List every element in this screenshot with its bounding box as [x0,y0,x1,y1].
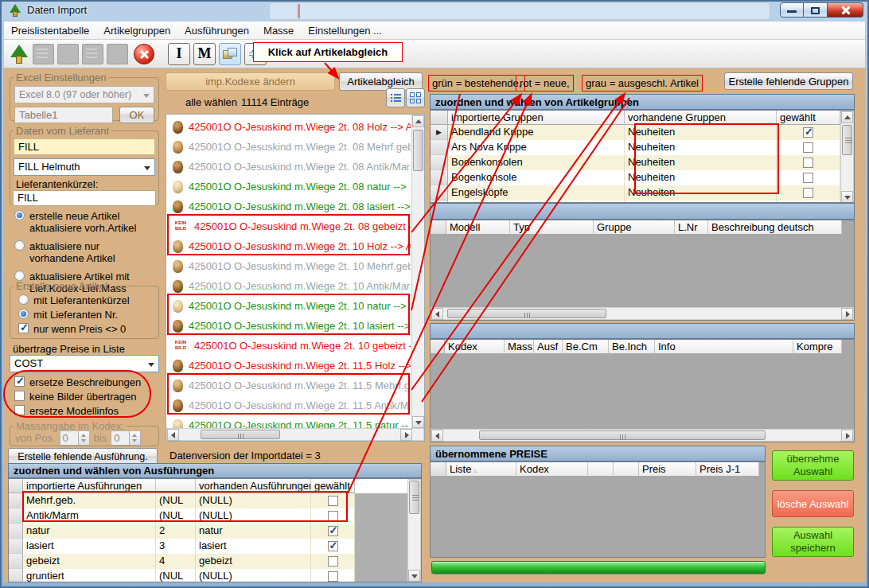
cell-imported-gruppe[interactable]: Bodenkonsolen [448,155,625,170]
article-list-item[interactable]: 425001O O-Jesuskind m.Wiege 2t. 10 Mehrf… [168,256,411,276]
article-list-item[interactable]: 425001O O-Jesuskind m.Wiege 2t. 11,5 Hol… [168,356,411,376]
gruppen-row[interactable]: BogenkonsoleNeuheiten [431,170,854,185]
transfer-checkbox-2[interactable]: keine Bilder übertragen [14,391,161,403]
cell-gewaehlt[interactable] [777,125,840,140]
article-list-item[interactable]: 425001O O-Jesuskind m.Wiege 2t. 08 Antik… [168,157,411,177]
scroll-left-button[interactable] [431,430,443,442]
imp-kodexe-button[interactable]: imp.Kodexe ändern [166,72,335,91]
scrollbar-thumb[interactable] [201,430,280,439]
close-button[interactable] [828,2,863,18]
radio-icon[interactable] [14,210,25,220]
cell-imported-ausfuehrung[interactable]: gruntiert [23,569,156,582]
gruppen-row[interactable]: EngelsköpfeNeuheiten [431,185,854,201]
images-button[interactable] [219,43,241,65]
cell-imported-ausfuehrung[interactable]: natur [23,524,156,539]
row-selector[interactable] [9,539,23,554]
gewaehlt-checkbox[interactable] [803,127,813,138]
cell-vorhandene-ausfuehrung[interactable]: gebeizt [196,554,311,569]
erstelle-option-3[interactable]: nur wenn Preis <> 0 [18,323,158,335]
article-list-item[interactable]: 425001O O-Jesuskind m.Wiege 2t. 10 Holz … [168,236,411,256]
cell-imported-gruppe[interactable]: Engelsköpfe [448,185,625,201]
gruppen-table-vscrollbar[interactable] [840,111,854,203]
cell-nr[interactable]: 2 [156,524,196,539]
scroll-down-button[interactable] [408,570,420,582]
maximize-button[interactable] [804,2,828,18]
scrollbar-thumb[interactable] [447,309,606,318]
cell-vorhandene-ausfuehrung[interactable]: (NULL) [196,508,311,524]
cell-vorhandene-gruppe[interactable]: Neuheiten [625,155,777,170]
cell-vorhandene-ausfuehrung[interactable]: (NULL) [196,569,311,582]
gruppen-row[interactable]: BodenkonsolenNeuheiten [431,155,854,170]
cell-gewaehlt[interactable] [311,539,355,554]
cell-gewaehlt[interactable] [777,155,840,170]
scrollbar-thumb[interactable] [842,125,852,155]
gewaehlt-checkbox[interactable] [328,526,338,536]
info-mode-button[interactable]: I [168,43,190,65]
minimize-button[interactable] [780,2,804,18]
row-selector[interactable] [9,493,23,508]
article-list-item[interactable]: 425001O O-Jesuskind m.Wiege 2t. 08 Mehrf… [168,137,411,157]
list-view-button[interactable] [386,88,405,107]
gruppen-row[interactable]: ▶Abendland KrippeNeuheiten [431,125,854,140]
article-list-item[interactable]: 425001O O-Jesuskind m.Wiege 2t. 10 natur… [168,296,411,316]
uebernehme-auswahl-button[interactable]: übernehme Auswahl [772,450,854,481]
menu-item-5[interactable]: Einstellungen ... [301,22,389,39]
preisliste-dropdown[interactable]: COST [10,355,159,372]
ok-button[interactable]: OK [119,107,154,123]
row-selector[interactable] [431,185,448,201]
cell-vorhandene-gruppe[interactable]: Neuheiten [625,170,777,185]
menu-item-2[interactable]: Artikelgruppen [96,22,177,39]
kuerzel-field[interactable]: FILL [13,190,156,206]
menu-item-3[interactable]: Ausführungen [177,22,256,39]
cell-vorhandene-gruppe[interactable]: Neuheiten [625,140,777,155]
erstelle-option-2[interactable]: mit Lieferanten Nr. [18,309,158,321]
row-selector[interactable] [9,569,23,582]
article-list-item[interactable]: 425001O O-Jesuskind m.Wiege 2t. 08 natur… [168,177,411,197]
transfer-checkbox-1[interactable]: ersetze Beschreibungen [14,376,161,388]
cell-vorhandene-ausfuehrung[interactable]: natur [196,524,311,539]
gewaehlt-checkbox[interactable] [328,556,338,567]
mass-mode-button[interactable]: M [193,43,216,65]
loesche-auswahl-button[interactable]: lösche Auswahl [772,490,854,517]
erstelle-option-1[interactable]: mit Lieferantenkürzel [18,294,158,306]
checkbox-icon[interactable] [14,376,25,387]
cell-imported-ausfuehrung[interactable]: gebeizt [23,554,156,569]
kodex-table-hscrollbar[interactable] [431,429,854,442]
cell-imported-gruppe[interactable]: Abendland Krippe [448,125,625,140]
scroll-right-button[interactable] [841,430,853,442]
radio-icon[interactable] [18,309,29,319]
gewaehlt-checkbox[interactable] [803,188,813,198]
scroll-left-button[interactable] [431,308,443,320]
modell-table-hscrollbar[interactable] [431,307,854,320]
gewaehlt-checkbox[interactable] [803,173,813,183]
row-selector[interactable] [431,170,448,185]
cell-imported-gruppe[interactable]: Bogenkonsole [448,170,625,185]
scrollbar-thumb[interactable] [479,430,766,440]
erstelle-fehlende-ausfuehrung-button[interactable]: Erstelle fehlende Ausführung. [8,448,158,465]
gewaehlt-checkbox[interactable] [328,541,338,551]
scroll-left-button[interactable] [167,429,179,441]
cell-imported-ausfuehrung[interactable]: Antik/Marm [23,508,156,524]
cell-vorhandene-gruppe[interactable]: Neuheiten [625,185,777,201]
gewaehlt-checkbox[interactable] [328,496,338,506]
gewaehlt-checkbox[interactable] [803,142,813,153]
cell-nr[interactable]: (NUL [156,493,196,508]
cell-gewaehlt[interactable] [777,185,840,201]
radio-icon[interactable] [14,240,25,251]
checkbox-icon[interactable] [18,323,29,333]
cell-gewaehlt[interactable] [311,524,355,539]
row-selector[interactable] [431,155,448,170]
gewaehlt-checkbox[interactable] [803,158,813,168]
gewaehlt-checkbox[interactable] [328,571,338,582]
article-list-item[interactable]: 425001O O-Jesuskind m.Wiege 2t. 10 Antik… [168,276,411,296]
cell-gewaehlt[interactable] [311,493,355,508]
cell-nr[interactable]: 3 [156,539,196,554]
cell-imported-ausfuehrung[interactable]: lasiert [23,539,156,554]
cell-vorhandene-gruppe[interactable]: Neuheiten [625,125,777,140]
gruppen-row[interactable]: Ars Nova KrippeNeuheiten [431,140,854,155]
row-selector[interactable]: ▶ [431,125,448,140]
radio-icon[interactable] [18,294,29,305]
scroll-down-button[interactable] [841,191,853,203]
cell-imported-ausfuehrung[interactable]: Mehrf.geb. [23,493,156,508]
update-mode-radio-2[interactable]: aktualisiere nur vorhandene Artikel [14,240,161,264]
